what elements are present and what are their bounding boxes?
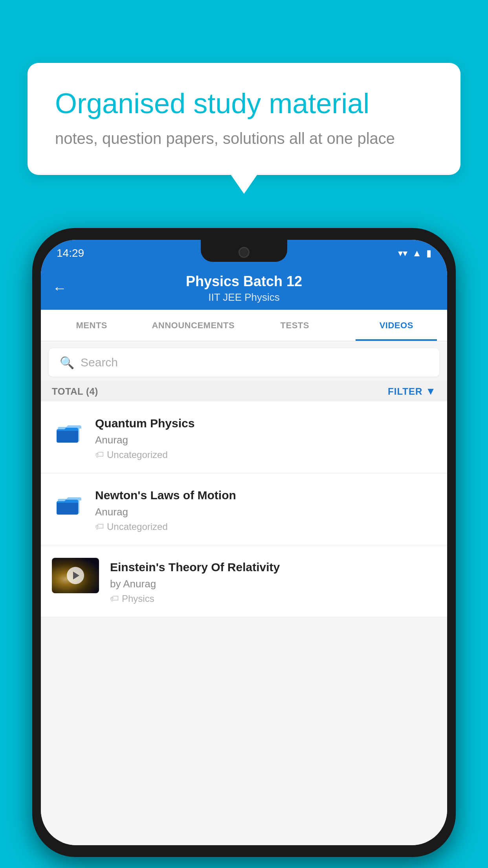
- front-camera: [238, 247, 250, 258]
- tag-icon-2: 🏷: [95, 522, 104, 532]
- video-info-1: Quantum Physics Anurag 🏷 Uncategorized: [95, 414, 436, 460]
- wifi-icon: ▾▾: [398, 248, 407, 259]
- video-info-3: Einstein's Theory Of Relativity by Anura…: [110, 558, 436, 604]
- tab-tests[interactable]: TESTS: [244, 310, 346, 341]
- video-list: Quantum Physics Anurag 🏷 Uncategorized: [41, 401, 447, 617]
- video-title-3: Einstein's Theory Of Relativity: [110, 559, 436, 575]
- svg-rect-1: [57, 429, 78, 443]
- video-author-3: by Anurag: [110, 578, 436, 590]
- video-info-2: Newton's Laws of Motion Anurag 🏷 Uncateg…: [95, 486, 436, 532]
- back-button[interactable]: ←: [53, 280, 67, 296]
- list-item[interactable]: Newton's Laws of Motion Anurag 🏷 Uncateg…: [41, 473, 447, 545]
- app-header: ← Physics Batch 12 IIT JEE Physics: [41, 267, 447, 310]
- play-triangle-icon: [73, 572, 79, 579]
- video-title-2: Newton's Laws of Motion: [95, 487, 436, 503]
- signal-icon: ▲: [412, 248, 422, 259]
- phone-frame: 14:29 ▾▾ ▲ ▮ ← Physics Batch 12 IIT JEE …: [32, 228, 456, 857]
- tab-ments[interactable]: MENTS: [41, 310, 143, 341]
- tab-videos[interactable]: VIDEOS: [346, 310, 448, 341]
- video-author-2: Anurag: [95, 506, 436, 518]
- total-count: TOTAL (4): [52, 386, 98, 397]
- play-button-3[interactable]: [67, 567, 84, 584]
- tag-icon-3: 🏷: [110, 594, 119, 604]
- phone-notch: [201, 240, 287, 262]
- screen-content: 🔍 Search TOTAL (4) FILTER ▼: [41, 341, 447, 845]
- search-icon: 🔍: [60, 356, 74, 370]
- header-title: Physics Batch 12: [186, 273, 302, 290]
- video-tag-1: 🏷 Uncategorized: [95, 449, 436, 460]
- battery-icon: ▮: [426, 248, 431, 259]
- list-item[interactable]: Quantum Physics Anurag 🏷 Uncategorized: [41, 401, 447, 473]
- video-thumbnail-3: [52, 558, 99, 593]
- video-folder-icon-1: [52, 414, 87, 449]
- bubble-subtitle: notes, question papers, solutions all at…: [55, 130, 433, 147]
- search-bar[interactable]: 🔍 Search: [49, 348, 439, 377]
- video-tag-2: 🏷 Uncategorized: [95, 521, 436, 532]
- search-placeholder: Search: [81, 356, 118, 369]
- speech-bubble: Organised study material notes, question…: [28, 63, 460, 175]
- status-icons: ▾▾ ▲ ▮: [398, 248, 431, 259]
- video-folder-icon-2: [52, 486, 87, 521]
- video-title-1: Quantum Physics: [95, 416, 436, 431]
- list-item[interactable]: Einstein's Theory Of Relativity by Anura…: [41, 545, 447, 617]
- bubble-title: Organised study material: [55, 86, 433, 120]
- status-time: 14:29: [57, 247, 84, 259]
- video-author-1: Anurag: [95, 434, 436, 446]
- phone-screen: 14:29 ▾▾ ▲ ▮ ← Physics Batch 12 IIT JEE …: [41, 240, 447, 845]
- svg-rect-3: [57, 501, 78, 515]
- tag-icon-1: 🏷: [95, 450, 104, 460]
- filter-row: TOTAL (4) FILTER ▼: [41, 381, 447, 401]
- filter-icon: ▼: [426, 385, 436, 397]
- tab-announcements[interactable]: ANNOUNCEMENTS: [143, 310, 244, 341]
- video-tag-3: 🏷 Physics: [110, 593, 436, 604]
- header-subtitle: IIT JEE Physics: [208, 291, 280, 303]
- tabs-bar: MENTS ANNOUNCEMENTS TESTS VIDEOS: [41, 310, 447, 341]
- filter-button[interactable]: FILTER ▼: [388, 385, 436, 397]
- filter-label: FILTER: [388, 386, 422, 397]
